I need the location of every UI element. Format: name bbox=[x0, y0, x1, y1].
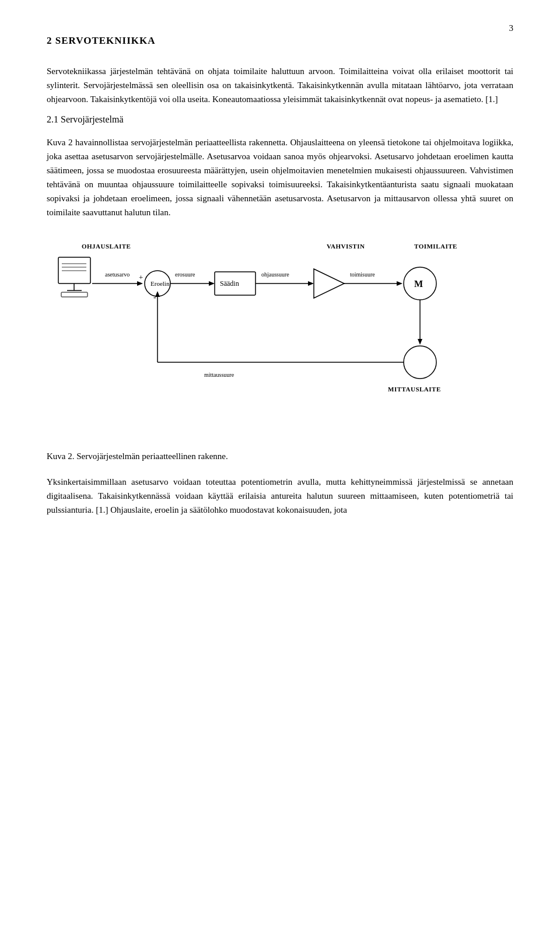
mittauslaite-label: MITTAUSLAITE bbox=[388, 386, 441, 393]
vahvistin-label: VAHVISTIN bbox=[327, 243, 365, 250]
diagram-section: OHJAUSLAITE VAHVISTIN TOIMILAITE asetusa… bbox=[47, 237, 513, 438]
amplifier-triangle bbox=[314, 269, 344, 298]
figure-caption: Kuva 2. Servojärjestelmän periaatteellin… bbox=[47, 449, 513, 463]
page: 3 2 SERVOTEKNIIKKA Servotekniikassa järj… bbox=[0, 0, 560, 931]
section-2-1-paragraph: Kuva 2 havainnollistaa servojärjestelmän… bbox=[47, 135, 513, 219]
ohjauslaite-label: OHJAUSLAITE bbox=[82, 243, 131, 250]
computer-monitor bbox=[58, 257, 90, 284]
erosuure-text: erosuure bbox=[175, 271, 195, 278]
mittaussuure-text: mittaussuure bbox=[204, 372, 235, 378]
arrowhead-saadin bbox=[209, 281, 215, 286]
saadin-text: Säädin bbox=[220, 279, 239, 288]
toimisuure-text: toimisuure bbox=[350, 271, 375, 278]
section-2-1-heading: 2.1 Servojärjestelmä bbox=[47, 114, 513, 125]
system-diagram: OHJAUSLAITE VAHVISTIN TOIMILAITE asetusa… bbox=[47, 237, 513, 435]
arrowhead-amplifier bbox=[308, 281, 314, 286]
arrowhead-down-motor bbox=[418, 339, 422, 345]
arrowhead-eroelin bbox=[137, 281, 143, 286]
intro-paragraph: Servotekniikassa järjestelmän tehtävänä … bbox=[47, 64, 513, 106]
chapter-heading: 2 SERVOTEKNIIKKA bbox=[47, 35, 513, 47]
arrowhead-motor bbox=[397, 281, 402, 286]
toimilaite-label: TOIMILAITE bbox=[414, 243, 457, 250]
minus-sign: - bbox=[153, 293, 156, 302]
page-number: 3 bbox=[509, 23, 514, 33]
plus-sign: + bbox=[139, 273, 143, 282]
sensor-circle bbox=[404, 346, 436, 379]
ohjaussuure-text: ohjaussuure bbox=[261, 271, 289, 278]
asetusarvo-text: asetusarvo bbox=[105, 271, 130, 278]
keyboard bbox=[61, 292, 88, 297]
final-paragraph-1: Yksinkertaisimmillaan asetusarvo voidaan… bbox=[47, 475, 513, 517]
motor-m-label: M bbox=[414, 279, 423, 289]
eroelin-text: Eroelin bbox=[150, 280, 170, 287]
